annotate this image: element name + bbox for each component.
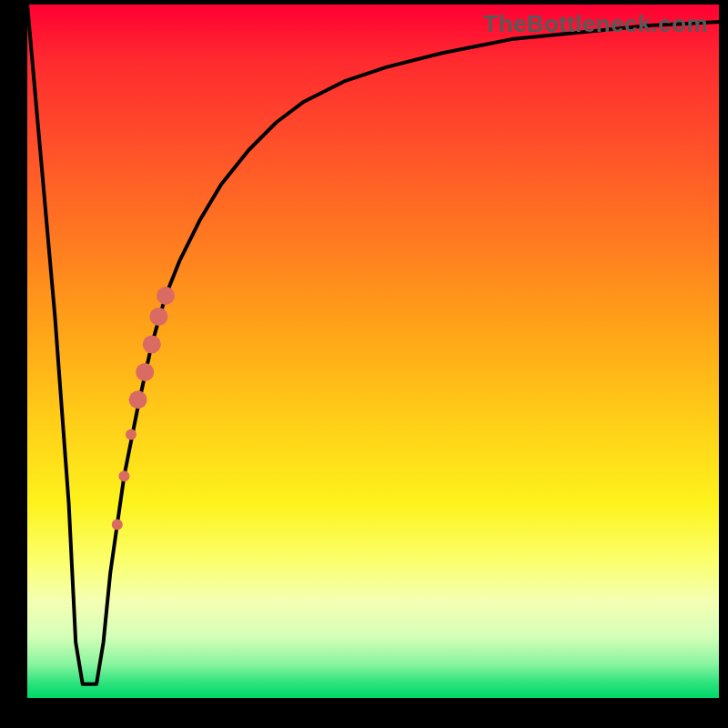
marker-dot xyxy=(112,520,123,531)
marker-dot xyxy=(157,287,175,305)
curve-layer xyxy=(27,5,719,698)
marker-dot xyxy=(136,363,154,381)
chart-frame: TheBottleneck.com xyxy=(0,0,728,728)
bottleneck-curve xyxy=(27,5,719,684)
marker-dot xyxy=(129,390,147,409)
plot-area: TheBottleneck.com xyxy=(27,5,719,698)
brand-watermark: TheBottleneck.com xyxy=(483,10,708,38)
marker-dot xyxy=(118,470,129,481)
marker-dot xyxy=(143,335,161,353)
marker-dot xyxy=(149,308,167,326)
marker-dot xyxy=(126,429,136,440)
